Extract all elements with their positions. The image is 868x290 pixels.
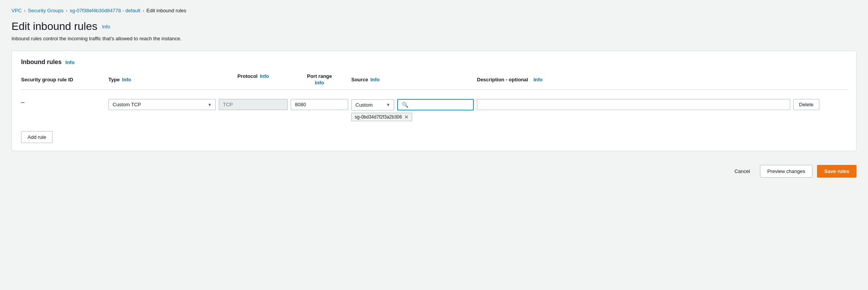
breadcrumb-sep-1: › — [24, 8, 26, 13]
breadcrumb-current: Edit inbound rules — [146, 8, 186, 13]
col-type: Type Info — [108, 73, 216, 86]
breadcrumb-security-groups[interactable]: Security Groups — [28, 8, 64, 13]
col-port-info[interactable]: Info — [315, 80, 324, 86]
page-info-link[interactable]: Info — [102, 24, 110, 30]
save-rules-button[interactable]: Save rules — [817, 165, 857, 178]
port-range-input[interactable] — [291, 99, 348, 110]
col-type-info[interactable]: Info — [122, 77, 131, 82]
cell-source[interactable]: Custom Anywhere-IPv4 Anywhere-IPv6 My IP… — [351, 99, 474, 121]
cell-delete[interactable]: Delete — [793, 99, 847, 110]
breadcrumb-sg-id[interactable]: sg-07f38ef4b30d84778 - default — [70, 8, 140, 13]
rule-id-value: – — [21, 99, 25, 106]
breadcrumb-sep-2: › — [66, 8, 67, 13]
card-title: Inbound rules — [21, 59, 62, 66]
table-header: Security group rule ID Type Info Protoco… — [21, 73, 847, 90]
cell-type[interactable]: Custom TCP Custom UDP Custom ICMP All tr… — [108, 99, 216, 110]
col-source-info[interactable]: Info — [370, 77, 380, 82]
breadcrumb: VPC › Security Groups › sg-07f38ef4b30d8… — [11, 8, 857, 13]
cell-port-range[interactable] — [291, 99, 348, 110]
source-select[interactable]: Custom Anywhere-IPv4 Anywhere-IPv6 My IP — [351, 99, 394, 110]
source-tags-row: sg-0bd34d7f2f3a2b306 ✕ — [351, 113, 474, 121]
type-select[interactable]: Custom TCP Custom UDP Custom ICMP All tr… — [108, 99, 216, 110]
card-info-link[interactable]: Info — [66, 59, 75, 65]
cell-description[interactable] — [477, 99, 790, 110]
source-tag-pill: sg-0bd34d7f2f3a2b306 ✕ — [351, 113, 412, 121]
cell-protocol — [219, 99, 288, 110]
col-protocol-info[interactable]: Info — [260, 73, 269, 79]
cell-rule-id: – — [21, 99, 105, 106]
col-protocol: Protocol Info — [219, 73, 288, 86]
col-description-info[interactable]: Info — [534, 77, 543, 82]
breadcrumb-vpc[interactable]: VPC — [11, 8, 22, 13]
source-tag-value: sg-0bd34d7f2f3a2b306 — [355, 114, 402, 120]
inbound-rules-card: Inbound rules Info Security group rule I… — [11, 51, 857, 151]
card-header: Inbound rules Info — [21, 59, 847, 66]
description-input[interactable] — [477, 99, 790, 110]
page-title: Edit inbound rules — [11, 20, 97, 33]
footer-actions: Cancel Preview changes Save rules — [11, 159, 857, 179]
source-search-wrapper[interactable]: 🔍 — [397, 99, 474, 110]
delete-button[interactable]: Delete — [793, 99, 819, 110]
col-actions — [793, 73, 847, 86]
preview-changes-button[interactable]: Preview changes — [760, 165, 812, 178]
source-tag-remove[interactable]: ✕ — [404, 114, 409, 120]
table-row: – Custom TCP Custom UDP Custom ICMP All … — [21, 95, 847, 125]
col-source: Source Info — [351, 73, 474, 86]
page-title-row: Edit inbound rules Info — [11, 20, 857, 33]
breadcrumb-sep-3: › — [142, 8, 144, 13]
col-rule-id: Security group rule ID — [21, 73, 105, 86]
source-search-input[interactable] — [411, 102, 475, 108]
page-description: Inbound rules control the incoming traff… — [11, 36, 857, 41]
add-rule-button[interactable]: Add rule — [21, 131, 52, 143]
col-description: Description - optional Info — [477, 73, 790, 86]
search-icon: 🔍 — [402, 102, 408, 108]
protocol-input — [219, 99, 288, 110]
add-rule-row: Add rule — [21, 131, 847, 143]
col-port-range: Port range Info — [291, 73, 348, 86]
cancel-button[interactable]: Cancel — [729, 165, 755, 177]
